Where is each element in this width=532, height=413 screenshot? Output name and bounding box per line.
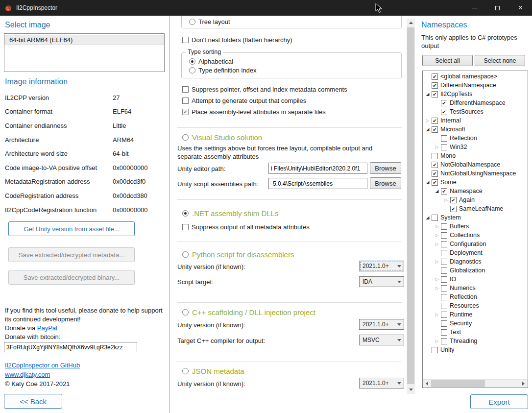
- tree-expander-icon[interactable]: ▷: [434, 242, 440, 246]
- python-unity-version-combo[interactable]: 2021.1.0+: [359, 261, 404, 271]
- tree-item-label[interactable]: DifferentNamespace: [450, 99, 506, 106]
- tree-item-label[interactable]: Resources: [450, 302, 479, 309]
- scrollbar-thumb[interactable]: [407, 27, 414, 384]
- tree-item-label[interactable]: <global namespace>: [440, 73, 497, 80]
- separate-attributes-checkbox[interactable]: ✔: [182, 109, 189, 115]
- tree-item-label[interactable]: Il2CppTests: [440, 91, 472, 97]
- save-binary-button[interactable]: Save extracted/decrypted binary...: [8, 270, 135, 285]
- tree-expander-icon[interactable]: ▷: [434, 145, 440, 149]
- suppress-attributes-option[interactable]: Suppress output of all metadata attribut…: [182, 223, 310, 231]
- shim-dlls-option[interactable]: .NET assembly shim DLLs: [182, 208, 278, 218]
- tree-expander-icon[interactable]: ▷: [434, 339, 440, 343]
- tree-item-label[interactable]: Internal: [440, 117, 461, 124]
- python-script-option[interactable]: Python script for disassemblers: [182, 249, 294, 259]
- tree-item-label[interactable]: Numerics: [450, 285, 476, 292]
- tree-item-label[interactable]: Win32: [450, 144, 467, 150]
- scroll-down-button[interactable]: [407, 386, 415, 394]
- browse-assemblies-path-button[interactable]: Browse: [370, 177, 401, 189]
- shim-dlls-radio[interactable]: [182, 210, 189, 217]
- tree-checkbox[interactable]: ✔: [432, 126, 438, 133]
- cpp-unity-version-combo[interactable]: 2021.1.0+: [359, 319, 404, 330]
- tree-expander-icon[interactable]: ▷: [434, 277, 440, 282]
- scroll-left-button[interactable]: [423, 380, 431, 388]
- tree-item-label[interactable]: Reflection: [450, 293, 477, 300]
- tree-checkbox[interactable]: ✔: [441, 188, 447, 194]
- tree-expander-icon[interactable]: ▷: [434, 259, 440, 264]
- json-metadata-option[interactable]: JSON metadata: [182, 366, 244, 376]
- compilable-checkbox[interactable]: [182, 97, 189, 104]
- image-listbox[interactable]: 64-bit ARM64 (ELF64): [4, 33, 165, 72]
- tree-item-label[interactable]: Deployment: [450, 249, 483, 256]
- json-metadata-radio[interactable]: [182, 368, 189, 374]
- tree-item-label[interactable]: TestSources: [450, 108, 484, 115]
- suppress-attributes-checkbox[interactable]: [182, 224, 189, 230]
- type-definition-index-radio[interactable]: [189, 67, 195, 73]
- export-button[interactable]: Export: [470, 394, 528, 409]
- tree-checkbox[interactable]: [441, 312, 447, 318]
- image-list-item[interactable]: 64-bit ARM64 (ELF64): [4, 35, 164, 45]
- script-assemblies-path-input[interactable]: [268, 178, 367, 189]
- unity-editor-path-input[interactable]: [268, 163, 367, 174]
- tree-expander-icon[interactable]: ▷: [434, 286, 440, 291]
- suppress-metadata-option[interactable]: Suppress pointer, offset and index metad…: [182, 85, 347, 93]
- middle-scrollbar[interactable]: [407, 19, 415, 394]
- tree-checkbox[interactable]: [441, 285, 447, 292]
- tree-item-label[interactable]: Microsoft: [440, 126, 465, 133]
- website-link[interactable]: www.djkaty.com: [5, 371, 50, 378]
- tree-item-label[interactable]: IO: [450, 276, 456, 283]
- tree-expander-icon[interactable]: ▷: [425, 118, 431, 123]
- tree-item-label[interactable]: NotGlobalUsingNamespace: [440, 170, 516, 177]
- tree-checkbox[interactable]: ✔: [432, 162, 438, 168]
- tree-checkbox[interactable]: ✔: [450, 206, 457, 212]
- get-unity-version-button[interactable]: Get Unity version from asset file...: [8, 221, 135, 236]
- scroll-up-button[interactable]: [407, 19, 415, 27]
- cpp-compiler-combo[interactable]: MSVC: [359, 335, 404, 345]
- tree-expander-icon[interactable]: ▷: [434, 224, 440, 229]
- tree-item-label[interactable]: Text: [450, 329, 461, 336]
- tree-checkbox[interactable]: [432, 215, 438, 221]
- tree-checkbox[interactable]: [441, 144, 447, 150]
- flatten-option[interactable]: Don't nest folders (flatten hierarchy): [182, 36, 292, 44]
- tree-item-label[interactable]: Security: [450, 320, 472, 327]
- tree-item-label[interactable]: Threading: [450, 338, 477, 344]
- github-link[interactable]: Il2CppInspector on GitHub: [5, 362, 80, 369]
- tree-checkbox[interactable]: ✔: [432, 73, 438, 80]
- type-definition-index-option[interactable]: Type definition index: [189, 66, 257, 74]
- tree-expander-icon[interactable]: ◢: [434, 189, 440, 194]
- tree-checkbox[interactable]: [441, 276, 447, 283]
- alphabetical-radio[interactable]: [189, 58, 195, 65]
- python-script-radio[interactable]: [182, 251, 189, 258]
- tree-expander-icon[interactable]: ▷: [443, 197, 449, 202]
- tree-item-label[interactable]: Again: [459, 196, 475, 203]
- tree-item-label[interactable]: NotGlobalNamespace: [440, 161, 500, 168]
- minimize-button[interactable]: [463, 0, 486, 16]
- tree-checkbox[interactable]: [441, 320, 447, 327]
- tree-item-label[interactable]: Configuration: [450, 241, 486, 247]
- tree-checkbox[interactable]: [432, 347, 438, 353]
- scroll-right-button[interactable]: [519, 380, 528, 388]
- compilable-option[interactable]: Attempt to generate output that compiles: [182, 97, 306, 104]
- tree-checkbox[interactable]: ✔: [432, 179, 438, 186]
- select-all-button[interactable]: Select all: [422, 55, 473, 66]
- tree-item-label[interactable]: System: [440, 214, 461, 221]
- tree-expander-icon[interactable]: ◢: [425, 215, 431, 220]
- tree-item-label[interactable]: Buffers: [450, 223, 469, 230]
- tree-expander-icon[interactable]: ◢: [425, 127, 431, 132]
- tree-checkbox[interactable]: [441, 294, 447, 300]
- cpp-project-radio[interactable]: [182, 309, 189, 316]
- tree-checkbox[interactable]: ✔: [432, 91, 438, 97]
- browse-editor-path-button[interactable]: Browse: [370, 162, 401, 174]
- separate-attributes-option[interactable]: ✔ Place assembly-level attributes in sep…: [182, 108, 326, 116]
- visual-studio-radio[interactable]: [182, 134, 189, 141]
- back-button[interactable]: << Back: [4, 394, 62, 409]
- flatten-checkbox[interactable]: [182, 37, 189, 43]
- tree-checkbox[interactable]: ✔: [441, 100, 447, 106]
- tree-item-label[interactable]: DifferentNamespace: [440, 82, 496, 89]
- tree-item-label[interactable]: Reflection: [450, 135, 477, 142]
- suppress-metadata-checkbox[interactable]: [182, 86, 189, 93]
- tree-item-label[interactable]: Mono: [440, 152, 456, 159]
- script-target-combo[interactable]: IDA: [359, 276, 404, 287]
- tree-checkbox[interactable]: [441, 223, 447, 230]
- tree-checkbox[interactable]: [441, 135, 447, 142]
- tree-checkbox[interactable]: [441, 259, 447, 265]
